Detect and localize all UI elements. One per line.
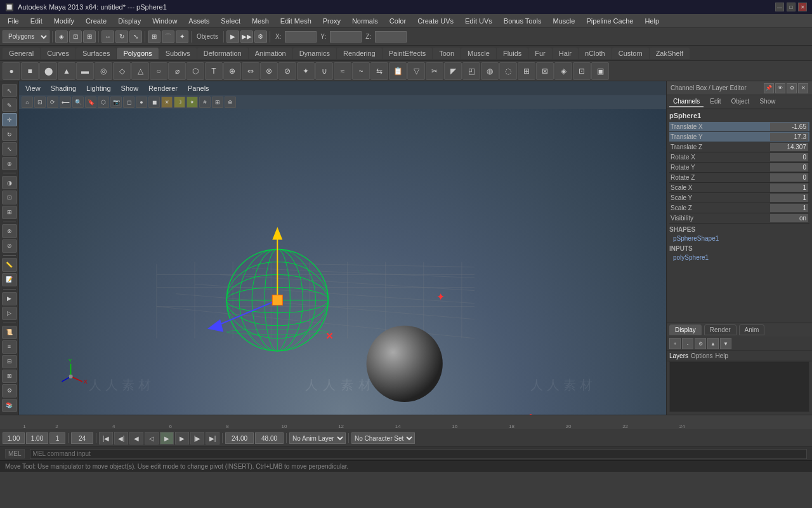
tab-toon[interactable]: Toon [433, 48, 461, 59]
translate-x-value[interactable] [770, 123, 808, 131]
vp-iso-icon[interactable]: ⬡ [98, 97, 109, 108]
menu-muscle[interactable]: Muscle [548, 16, 580, 26]
play-button[interactable]: ▶ [160, 432, 174, 444]
wirecheck-icon[interactable]: ⊡ [573, 62, 591, 80]
tab-deformation[interactable]: Deformation [197, 48, 248, 59]
tab-subdivs[interactable]: Subdivs [159, 48, 197, 59]
bptab-render[interactable]: Render [704, 324, 737, 335]
reduce-icon[interactable]: ▽ [407, 62, 425, 80]
channel-translate-y[interactable]: Translate Y [669, 132, 809, 142]
tool-settings-icon[interactable]: ⚙ [2, 384, 17, 398]
vp-menu-panels[interactable]: Panels [184, 84, 213, 93]
menu-edit-uvs[interactable]: Edit UVs [460, 16, 497, 26]
char-set-select[interactable]: No Character Set [351, 432, 415, 444]
render-settings-icon[interactable]: ⚙ [254, 30, 267, 43]
vp-bookmarks-icon[interactable]: 🔖 [85, 97, 96, 108]
rotate-y-value[interactable] [770, 163, 808, 171]
mel-input[interactable] [30, 449, 807, 459]
delete-layer-icon[interactable]: - [682, 338, 693, 349]
sphere-icon[interactable]: ● [3, 62, 20, 80]
menu-select[interactable]: Select [216, 16, 246, 26]
center-handle[interactable] [272, 295, 282, 305]
channel-translate-x[interactable]: Translate X [669, 122, 809, 132]
menu-edit[interactable]: Edit [25, 16, 48, 26]
uv-checker-icon[interactable]: ⊠ [536, 62, 554, 80]
menu-color[interactable]: Color [384, 16, 411, 26]
snap-grid-icon[interactable]: ⊞ [148, 30, 160, 43]
extra-icon[interactable]: ⊕ [223, 62, 241, 80]
layer-options-icon[interactable]: ⚙ [695, 338, 706, 349]
menu-edit-mesh[interactable]: Edit Mesh [275, 16, 317, 26]
attribute-editor-icon[interactable]: ⊠ [2, 370, 17, 383]
shelf-icon[interactable]: 📚 [2, 399, 17, 412]
lasso-select-icon[interactable]: ⊡ [69, 30, 82, 43]
soft-select-icon[interactable]: ◑ [2, 176, 17, 189]
vp-light3-icon[interactable]: ✦ [187, 97, 198, 108]
rotate-icon[interactable]: ↻ [115, 30, 128, 43]
menu-modify[interactable]: Modify [49, 16, 79, 26]
vp-menu-view[interactable]: View [22, 84, 44, 93]
cleanup-icon[interactable]: ✂ [426, 62, 443, 80]
smooth-icon[interactable]: ≈ [334, 62, 351, 80]
vp-tumble-icon[interactable]: ⟳ [47, 97, 58, 108]
viewport[interactable]: View Shading Lighting Show Renderer Pane… [19, 81, 666, 415]
scale-x-value[interactable] [770, 184, 808, 192]
minimize-button[interactable]: — [775, 3, 784, 11]
bptab-anim[interactable]: Anim [739, 324, 765, 335]
frame-display[interactable] [49, 432, 65, 444]
show-manipulator[interactable]: ⊗ [2, 224, 17, 237]
tab-zakshelf[interactable]: ZakShelf [650, 48, 690, 59]
panel-tab-channels[interactable]: Channels [669, 97, 704, 107]
menu-display[interactable]: Display [113, 16, 146, 26]
close-button[interactable]: ✕ [798, 3, 807, 11]
panel-eye-icon[interactable]: 👁 [775, 83, 785, 93]
plane-icon[interactable]: ▬ [76, 62, 94, 80]
vp-sel-icon[interactable]: ⊞ [212, 97, 223, 108]
render-seq-icon[interactable]: ▶▶ [240, 30, 253, 43]
checker3-icon[interactable]: ▣ [591, 62, 609, 80]
transfer-icon[interactable]: ⇆ [370, 62, 388, 80]
vp-camera-icon[interactable]: 📷 [110, 97, 122, 108]
vp-menu-lighting[interactable]: Lighting [82, 84, 115, 93]
playback-speed-input[interactable] [3, 432, 25, 444]
tab-rendering[interactable]: Rendering [337, 48, 382, 59]
channel-rotate-z[interactable]: Rotate Z [669, 173, 809, 183]
fill-hole-icon[interactable]: ◍ [481, 62, 499, 80]
vp-home-icon[interactable]: ⌂ [22, 97, 33, 108]
menu-mesh[interactable]: Mesh [247, 16, 274, 26]
ipr-render[interactable]: ▷ [2, 307, 17, 320]
tab-painteffects[interactable]: PaintEffects [383, 48, 433, 59]
prev-key-button[interactable]: ◀| [114, 432, 128, 444]
vp-pan-icon[interactable]: ⟵ [60, 97, 71, 108]
vp-smooth-icon[interactable]: ● [136, 97, 147, 108]
script-icon[interactable]: 📜 [2, 326, 17, 339]
paint-select-icon[interactable]: ⊞ [83, 30, 96, 43]
render-view[interactable]: ▶ [2, 292, 17, 305]
vp-textured-icon[interactable]: ◼ [148, 97, 160, 108]
x-input[interactable] [285, 31, 317, 43]
channel-box-icon[interactable]: ⊟ [2, 355, 17, 368]
layer-up-icon[interactable]: ▲ [707, 338, 719, 349]
menu-pipeline-cache[interactable]: Pipeline Cache [581, 16, 638, 26]
vp-grid-icon[interactable]: # [199, 97, 211, 108]
mirror-icon[interactable]: ⇔ [242, 62, 259, 80]
tab-animation[interactable]: Animation [249, 48, 292, 59]
polySphere1-item[interactable]: polySphere1 [669, 253, 809, 262]
select-tool[interactable]: ↖ [2, 84, 17, 97]
tab-dynamics[interactable]: Dynamics [293, 48, 336, 59]
translate-z-value[interactable] [770, 143, 808, 151]
rotate-z-value[interactable] [770, 173, 808, 182]
snap-curve-icon[interactable]: ⌒ [162, 30, 174, 43]
visibility-value[interactable] [770, 214, 808, 222]
pipe-icon[interactable]: ○ [150, 62, 167, 80]
outliner-icon[interactable]: ≡ [2, 340, 17, 354]
soccer-icon[interactable]: ⬡ [187, 62, 204, 80]
quadrangulate-icon[interactable]: ◰ [462, 62, 480, 80]
channel-scale-z[interactable]: Scale Z [669, 203, 809, 213]
y-input[interactable] [330, 31, 362, 43]
play-back-button[interactable]: ◁ [145, 432, 159, 444]
vp-snap-icon[interactable]: ⊕ [225, 97, 236, 108]
vp-menu-show[interactable]: Show [117, 84, 143, 93]
combine-icon[interactable]: ⊗ [260, 62, 278, 80]
viewport-canvas[interactable]: ✦ ● Y X 人人素材 人人素材 人人素材 [19, 109, 666, 415]
